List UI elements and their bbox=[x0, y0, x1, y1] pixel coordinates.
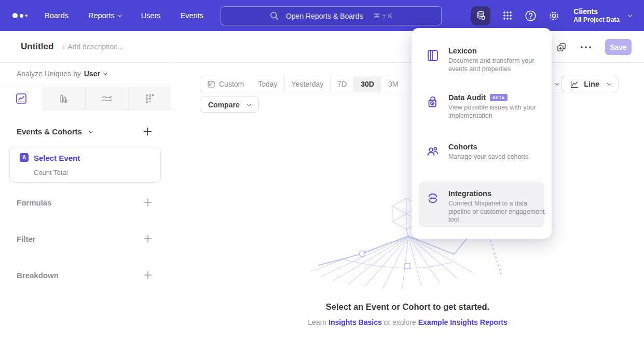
nav-users[interactable]: Users bbox=[141, 11, 161, 20]
tab-metrics[interactable] bbox=[128, 87, 171, 110]
calendar-icon bbox=[207, 80, 215, 88]
data-audit-title: Data Audit bbox=[448, 93, 486, 102]
help-button[interactable] bbox=[525, 10, 537, 22]
event-series-badge: A bbox=[20, 153, 29, 162]
nav-reports[interactable]: Reports bbox=[88, 11, 121, 20]
range-today[interactable]: Today bbox=[251, 76, 284, 92]
range-3m[interactable]: 3M bbox=[381, 76, 405, 92]
cohorts-title: Cohorts bbox=[448, 143, 477, 151]
bar-chart-tab-icon bbox=[58, 93, 70, 104]
top-navbar: Boards Reports Users Events Open Reports… bbox=[0, 0, 644, 31]
data-audit-description: View possible issues with your implement… bbox=[448, 104, 548, 120]
add-event-button[interactable] bbox=[143, 127, 152, 138]
add-filter-button[interactable] bbox=[144, 235, 152, 245]
tab-insights-line[interactable] bbox=[0, 87, 43, 110]
insights-basics-link[interactable]: Insights Basics bbox=[328, 318, 382, 326]
empty-state-prefix: Learn bbox=[308, 318, 328, 326]
line-chart-tab-icon bbox=[16, 93, 27, 104]
more-options-button[interactable] bbox=[580, 46, 592, 49]
menu-item-lexicon[interactable]: Lexicon Document and transform your even… bbox=[426, 47, 544, 73]
help-icon bbox=[525, 10, 537, 22]
save-button[interactable]: Save bbox=[605, 39, 632, 55]
uniques-by-value: User bbox=[84, 70, 100, 78]
chevron-down-icon bbox=[117, 12, 121, 17]
mixpanel-insights-app: Boards Reports Users Events Open Reports… bbox=[0, 0, 644, 357]
duplicate-icon bbox=[556, 42, 567, 52]
chevron-down-icon bbox=[246, 102, 251, 106]
chevron-down-icon bbox=[628, 12, 632, 17]
range-30d-selected[interactable]: 30D bbox=[353, 76, 381, 92]
integrations-description: Connect Mixpanel to a data pipeline or c… bbox=[448, 200, 548, 224]
integrations-icon bbox=[426, 189, 440, 224]
event-card[interactable]: A Select Event Count Total bbox=[9, 147, 161, 183]
menu-item-cohorts[interactable]: Cohorts Manage your saved cohorts bbox=[426, 143, 544, 161]
primary-nav: Boards Reports Users Events bbox=[45, 11, 203, 20]
range-custom[interactable]: Custom bbox=[200, 76, 251, 92]
example-reports-link[interactable]: Example Insights Reports bbox=[418, 318, 508, 326]
range-custom-label: Custom bbox=[219, 80, 244, 88]
org-name: Clients bbox=[573, 7, 620, 16]
beta-badge: BETA bbox=[490, 94, 508, 101]
search-shortcut: ⌘ + K bbox=[374, 12, 393, 20]
empty-state-middle: or explore bbox=[382, 318, 418, 326]
apps-grid-button[interactable] bbox=[502, 10, 513, 21]
more-ellipsis-icon bbox=[580, 46, 592, 49]
nav-reports-label: Reports bbox=[88, 11, 115, 20]
search-placeholder: Open Reports & Boards bbox=[286, 12, 363, 20]
apps-grid-icon bbox=[502, 10, 513, 21]
settings-gear-button[interactable] bbox=[548, 10, 560, 22]
project-name: All Project Data bbox=[573, 16, 620, 24]
report-title[interactable]: Untitled bbox=[21, 42, 53, 52]
filter-section-label: Filter bbox=[17, 235, 36, 243]
empty-state-subtitle: Learn Insights Basics or explore Example… bbox=[171, 318, 644, 326]
plus-icon bbox=[144, 235, 152, 243]
tab-bar-chart[interactable] bbox=[43, 87, 86, 110]
data-management-button[interactable] bbox=[471, 6, 490, 25]
menu-item-integrations[interactable]: Integrations Connect Mixpanel to a data … bbox=[419, 182, 544, 224]
chart-style-label: Line bbox=[584, 80, 599, 88]
plus-icon bbox=[144, 198, 152, 207]
mixpanel-logo-icon[interactable] bbox=[12, 13, 35, 18]
analyze-uniques-row: Analyze Uniques by User bbox=[17, 70, 107, 78]
report-description-placeholder[interactable]: + Add description... bbox=[62, 43, 124, 51]
chart-style-dropdown[interactable]: Line bbox=[561, 76, 619, 92]
chevron-down-icon bbox=[89, 129, 93, 133]
nav-boards-label: Boards bbox=[45, 11, 68, 20]
report-header-actions: Save bbox=[556, 31, 632, 63]
events-cohorts-header[interactable]: Events & Cohorts bbox=[17, 127, 92, 136]
tab-flow[interactable] bbox=[85, 87, 128, 110]
nav-events[interactable]: Events bbox=[181, 11, 203, 20]
menu-item-data-audit[interactable]: Data Audit BETA View possible issues wit… bbox=[426, 93, 544, 120]
count-total-label[interactable]: Count Total bbox=[34, 169, 68, 176]
line-style-icon bbox=[569, 79, 579, 89]
project-switcher[interactable]: Clients All Project Data bbox=[573, 7, 632, 24]
global-search-input[interactable]: Open Reports & Boards ⌘ + K bbox=[221, 6, 442, 25]
chart-type-tabs bbox=[0, 87, 171, 110]
lexicon-title: Lexicon bbox=[448, 47, 477, 55]
chevron-down-icon bbox=[555, 81, 559, 85]
nav-boards[interactable]: Boards bbox=[45, 11, 68, 20]
cohorts-icon bbox=[426, 143, 440, 161]
compare-button[interactable]: Compare bbox=[200, 97, 259, 113]
nav-users-label: Users bbox=[141, 11, 161, 20]
select-event-label[interactable]: Select Event bbox=[34, 154, 80, 162]
search-icon bbox=[270, 11, 279, 20]
range-7d[interactable]: 7D bbox=[330, 76, 353, 92]
analyze-prefix: Analyze Uniques by bbox=[17, 70, 81, 78]
events-cohorts-label: Events & Cohorts bbox=[17, 127, 82, 136]
duplicate-button[interactable] bbox=[556, 42, 567, 52]
range-yesterday[interactable]: Yesterday bbox=[284, 76, 331, 92]
add-breakdown-button[interactable] bbox=[144, 271, 152, 281]
navbar-right: Clients All Project Data bbox=[471, 0, 644, 31]
settings-gear-icon bbox=[548, 10, 560, 22]
integrations-title: Integrations bbox=[448, 189, 491, 198]
plus-icon bbox=[143, 127, 152, 136]
uniques-by-selector[interactable]: User bbox=[84, 70, 107, 78]
plus-icon bbox=[144, 271, 152, 279]
breakdown-section-label: Breakdown bbox=[17, 271, 59, 280]
data-management-menu: Lexicon Document and transform your even… bbox=[412, 28, 552, 239]
date-range-control: Custom Today Yesterday 7D 30D 3M 6M bbox=[200, 76, 430, 92]
chart-canvas: Custom Today Yesterday 7D 30D 3M 6M Comp… bbox=[171, 63, 644, 357]
cohorts-description: Manage your saved cohorts bbox=[448, 153, 548, 161]
add-formula-button[interactable] bbox=[144, 198, 152, 209]
